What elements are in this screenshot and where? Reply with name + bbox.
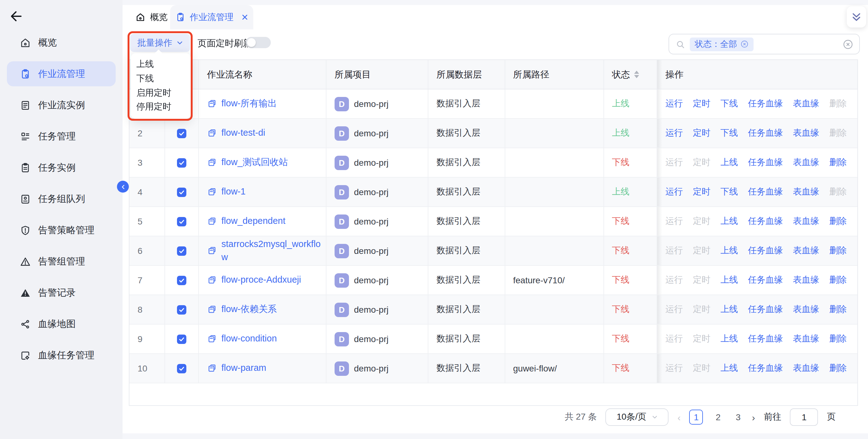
sidebar-item-alert-group-management[interactable]: 告警组管理: [7, 249, 116, 274]
action-link[interactable]: 表血缘: [793, 128, 819, 139]
sidebar-item-overview[interactable]: 概览: [7, 30, 116, 55]
workflow-name-link[interactable]: flow-依赖关系: [221, 303, 277, 316]
action-link[interactable]: 表血缘: [793, 245, 819, 256]
sidebar-item-alert-policy-management[interactable]: 告警策略管理: [7, 218, 116, 243]
action-link[interactable]: 上线: [720, 157, 738, 168]
row-checkbox[interactable]: [177, 158, 186, 167]
action-link[interactable]: 任务血缘: [748, 128, 783, 139]
page-number-2[interactable]: 2: [713, 412, 723, 422]
remove-filter-icon[interactable]: [740, 40, 748, 48]
action-link[interactable]: 任务血缘: [748, 216, 783, 227]
sort-status-control[interactable]: [634, 71, 639, 78]
status-cell: 下线: [604, 148, 657, 177]
row-checkbox[interactable]: [177, 246, 186, 255]
sidebar-item-workflow-instances[interactable]: 作业流实例: [7, 93, 116, 118]
action-link[interactable]: 任务血缘: [748, 245, 783, 256]
action-link[interactable]: 上线: [720, 363, 738, 374]
sidebar-item-task-management[interactable]: 任务管理: [7, 124, 116, 149]
action-link[interactable]: 删除: [829, 157, 847, 168]
action-link[interactable]: 任务血缘: [748, 98, 783, 109]
workflow-name-link[interactable]: flow-test-di: [221, 127, 265, 140]
row-checkbox[interactable]: [177, 217, 186, 226]
menu-item[interactable]: 上线: [131, 58, 191, 72]
sidebar-item-task-instances[interactable]: 任务实例: [7, 155, 116, 180]
menu-item[interactable]: 下线: [131, 72, 191, 86]
workflow-name-link[interactable]: flow-condition: [221, 333, 277, 346]
status-filter-chip[interactable]: 状态：全部: [690, 37, 753, 51]
action-link[interactable]: 定时: [693, 98, 710, 109]
action-link[interactable]: 表血缘: [793, 157, 819, 168]
clear-search-icon[interactable]: [843, 39, 853, 49]
action-link[interactable]: 表血缘: [793, 363, 819, 374]
action-link[interactable]: 定时: [693, 128, 710, 139]
actions-cell: 运行定时上线任务血缘表血缘删除: [657, 354, 857, 383]
action-link[interactable]: 任务血缘: [748, 186, 783, 198]
action-link[interactable]: 表血缘: [793, 304, 819, 315]
batch-operations-button[interactable]: 批量操作: [130, 34, 190, 52]
action-link[interactable]: 上线: [720, 216, 738, 227]
action-link[interactable]: 任务血缘: [748, 157, 783, 168]
action-link[interactable]: 上线: [720, 245, 738, 256]
row-checkbox[interactable]: [177, 305, 186, 314]
auto-refresh-toggle[interactable]: [246, 37, 271, 48]
action-link[interactable]: 表血缘: [793, 275, 819, 286]
action-link[interactable]: 表血缘: [793, 216, 819, 227]
tab-overview[interactable]: 概览: [135, 5, 167, 29]
action-link[interactable]: 任务血缘: [748, 333, 783, 345]
search-input[interactable]: 状态：全部: [669, 34, 860, 54]
row-checkbox[interactable]: [177, 334, 186, 344]
workflow-name-link[interactable]: flow-proce-Addxueji: [221, 274, 301, 287]
menu-item[interactable]: 启用定时: [131, 86, 191, 100]
workflow-name-link[interactable]: flow-1: [221, 185, 245, 198]
workflow-name-link[interactable]: flow_测试回收站: [221, 156, 288, 169]
action-link[interactable]: 表血缘: [793, 186, 819, 198]
action-link[interactable]: 任务血缘: [748, 275, 783, 286]
row-checkbox[interactable]: [177, 364, 186, 373]
action-link[interactable]: 下线: [720, 98, 738, 109]
sidebar-item-lineage-map[interactable]: 血缘地图: [7, 311, 116, 337]
workflow-name-link[interactable]: starrocks2mysql_workflow: [221, 238, 326, 264]
row-checkbox[interactable]: [177, 276, 186, 285]
close-icon[interactable]: [241, 13, 249, 21]
action-link[interactable]: 删除: [829, 304, 847, 315]
workflow-name-cell: flow-condition: [199, 324, 327, 353]
action-link[interactable]: 下线: [720, 186, 738, 198]
page-size-select[interactable]: 10条/页: [606, 408, 669, 426]
action-link[interactable]: 表血缘: [793, 98, 819, 109]
workflow-name-link[interactable]: flow-param: [221, 362, 266, 375]
sidebar-item-alert-records[interactable]: 告警记录: [7, 280, 116, 305]
action-link[interactable]: 删除: [829, 245, 847, 256]
next-page-button[interactable]: ›: [752, 412, 755, 422]
collapse-tabs-button[interactable]: [847, 6, 866, 28]
action-link[interactable]: 任务血缘: [748, 304, 783, 315]
action-link[interactable]: 上线: [720, 333, 738, 345]
action-link[interactable]: 删除: [829, 216, 847, 227]
action-link[interactable]: 任务血缘: [748, 363, 783, 374]
sidebar-item-lineage-task-management[interactable]: 血缘任务管理: [7, 343, 116, 368]
menu-item[interactable]: 停用定时: [131, 100, 191, 114]
page-number-3[interactable]: 3: [733, 412, 743, 422]
sidebar-item-workflow-management[interactable]: 作业流管理: [7, 61, 116, 86]
sidebar-item-task-group-queue[interactable]: 任务组队列: [7, 186, 116, 211]
action-link[interactable]: 删除: [829, 363, 847, 374]
action-link[interactable]: 上线: [720, 304, 738, 315]
action-link[interactable]: 定时: [693, 186, 710, 198]
page-number-1[interactable]: 1: [689, 410, 703, 425]
row-checkbox[interactable]: [177, 128, 186, 138]
tab-workflow-management[interactable]: 作业流管理: [170, 5, 253, 29]
workflow-name-link[interactable]: flow_dependent: [221, 215, 285, 228]
row-checkbox[interactable]: [177, 187, 186, 197]
action-link[interactable]: 删除: [829, 275, 847, 286]
action-link[interactable]: 删除: [829, 333, 847, 345]
action-link[interactable]: 运行: [665, 186, 683, 198]
prev-page-button[interactable]: ‹: [678, 412, 681, 422]
sidebar-collapse-button[interactable]: [117, 181, 129, 193]
action-link[interactable]: 运行: [665, 128, 683, 139]
action-link[interactable]: 下线: [720, 128, 738, 139]
action-link[interactable]: 上线: [720, 275, 738, 286]
goto-page-input[interactable]: 1: [790, 408, 818, 426]
action-link[interactable]: 运行: [665, 98, 683, 109]
back-arrow-button[interactable]: [9, 9, 24, 24]
action-link[interactable]: 表血缘: [793, 333, 819, 345]
workflow-name-link[interactable]: flow-所有输出: [221, 97, 277, 111]
